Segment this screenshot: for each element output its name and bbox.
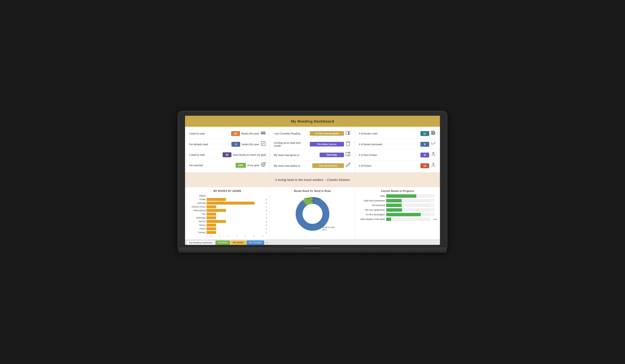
stat-badge-11: 11 — [420, 131, 429, 136]
svg-rect-0 — [261, 134, 265, 134]
progress-label: Little Fires Everywhere — [358, 199, 385, 202]
progress-pct-outside: 11% — [433, 218, 437, 220]
donut-chart-title: Books Read Vs. Need to Read — [273, 190, 352, 192]
bar-value: 5 — [266, 202, 267, 204]
bar-value: 2 — [266, 210, 267, 212]
bar-label: Self-help — [188, 202, 206, 204]
tab-my-quotes[interactable]: My Quotes — [230, 241, 246, 245]
bar-row: (blank) — [188, 194, 267, 197]
screen: My Reading Dashboard I want to read 50 B… — [185, 116, 440, 245]
progress-chart-panel: Current Books in Progress 198462%Little … — [355, 187, 440, 240]
progress-bar-wrap: 62% — [386, 194, 435, 198]
bar-value: 1 — [266, 224, 267, 226]
quote-banner: A loving heart is the truest wisdom. - C… — [185, 173, 440, 187]
bar-axis-label: 3 — [232, 235, 241, 237]
bar-container — [207, 202, 264, 205]
progress-bar-fill — [386, 208, 402, 212]
tab-my-concepts[interactable]: My Concepts — [247, 241, 264, 245]
stat-badge-9: 9 — [420, 142, 429, 147]
bar-row: Mythology1 — [188, 216, 267, 219]
open-book-icon — [345, 130, 351, 137]
bar-axis: 0123456 — [207, 235, 267, 237]
tab-my-books[interactable]: My Books — [216, 241, 230, 245]
bar-container — [207, 231, 264, 234]
stat-badge-10pct: 10% — [236, 163, 246, 168]
bar-row: History1 — [188, 224, 267, 227]
bar-fill — [207, 198, 226, 201]
stat-badge-45: 45 — [223, 152, 231, 157]
laptop-shell: My Reading Dashboard I want to read 50 B… — [178, 111, 447, 253]
dashboard-title: My Reading Dashboard — [185, 119, 440, 123]
svg-rect-9 — [347, 141, 350, 146]
stat-label: # of Fiction — [359, 164, 419, 167]
stats-column-2: I am Currently Reading To Kill a Mocking… — [270, 127, 355, 172]
svg-point-24 — [303, 204, 322, 224]
progress-label: 1984 — [358, 195, 385, 197]
bar-value: 1 — [266, 231, 267, 234]
dashboard: My Reading Dashboard I want to read 50 B… — [185, 116, 440, 245]
bar-row: Fantasy1 — [188, 231, 267, 234]
bar-container — [207, 198, 264, 201]
bar-label: (blank) — [188, 195, 206, 197]
stat-row-genre: My most read genre is Self-help — [273, 150, 352, 160]
bar-row: Fiction1 — [188, 227, 267, 230]
bar-label: Memoir — [188, 220, 206, 223]
progress-bar-fill — [386, 213, 421, 216]
stat-row-next-book: Coming up to read next month The Water D… — [273, 139, 352, 150]
svg-rect-16 — [432, 132, 433, 134]
progress-row: To Kill a Mockingbird71% — [358, 213, 437, 216]
dashboard-header: My Reading Dashboard — [185, 116, 440, 127]
progress-row: Idries Wisdom of the Idiots11% — [358, 217, 437, 221]
donut-label-top: Books Completed10% — [304, 197, 320, 202]
stat-text: of my goal — [247, 164, 259, 167]
svg-rect-18 — [434, 132, 435, 134]
bar-label: History — [188, 224, 206, 226]
bar-value: 2 — [266, 220, 267, 223]
laptop-notch — [305, 247, 320, 248]
bar-row: Science Fiction1 — [188, 205, 267, 208]
bar-fill — [207, 205, 216, 208]
stat-label: I've reached — [189, 164, 234, 167]
progress-pct: 32% — [430, 200, 434, 202]
stat-row-reached-goal: I've reached 10% of my goal — [188, 160, 267, 170]
progress-row: The Alchemist32% — [358, 204, 437, 207]
bar-value: 1 — [266, 206, 267, 208]
svg-rect-2 — [261, 132, 265, 132]
stat-label: Coming up to read next month — [274, 141, 308, 147]
stats-section: I want to read 50 Books this year — [185, 127, 440, 173]
stat-badge-5: 5 — [231, 142, 240, 147]
genre-chart-panel: MY BOOKS BY GENRE (blank)Thriller2Self-h… — [185, 187, 270, 240]
progress-label: To Kill a Mockingbird — [358, 213, 385, 216]
stat-label: My most read author is — [274, 164, 311, 167]
books-stack-icon — [260, 130, 266, 137]
tab-reading-dashboard[interactable]: My Reading Dashboard — [187, 241, 215, 245]
svg-rect-1 — [261, 133, 265, 133]
bar-axis-label: 1 — [215, 235, 224, 237]
svg-rect-3 — [261, 142, 265, 146]
stat-label: # of books I own — [359, 132, 419, 135]
svg-point-21 — [433, 163, 434, 165]
genre-chart-title: MY BOOKS BY GENRE — [188, 190, 267, 192]
bar-container — [207, 205, 264, 208]
stat-label: My most read genre is — [274, 153, 318, 156]
bar-label: Philosophical — [188, 209, 206, 212]
stat-badge-12: 12 — [420, 163, 429, 168]
stats-column-1: I want to read 50 Books this year — [185, 127, 270, 172]
stat-badge-next-book: The Water Dancer — [310, 142, 344, 147]
bar-axis-label: 4 — [241, 235, 250, 237]
stat-row-want-to-read: I want to read 50 Books this year — [188, 128, 267, 139]
bar-axis-label: 6 — [258, 235, 267, 237]
svg-point-6 — [263, 164, 263, 165]
svg-rect-15 — [431, 131, 432, 134]
stat-badge-50: 50 — [231, 131, 240, 136]
bar-axis-label: 0 — [207, 235, 215, 237]
progress-bar-wrap: 33% — [386, 208, 435, 212]
svg-point-20 — [433, 152, 434, 154]
book-open-icon — [345, 152, 351, 158]
bar-fill — [207, 213, 216, 215]
bar-container — [207, 220, 264, 223]
tab-add-button[interactable]: + — [265, 241, 269, 245]
bookmark-icon — [345, 141, 351, 148]
progress-bar-wrap: 32% — [386, 204, 435, 207]
bar-container — [207, 224, 264, 227]
